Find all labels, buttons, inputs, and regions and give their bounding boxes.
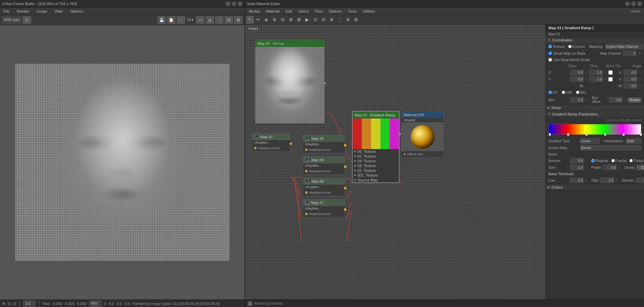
gradient-marker-5[interactable] <box>640 133 642 136</box>
v-angle[interactable] <box>624 76 637 82</box>
radio-turbulence[interactable]: Turbulence <box>629 159 644 163</box>
zoom-sel[interactable]: ⊠ <box>295 16 303 23</box>
material-tool[interactable]: ◈ <box>262 16 270 23</box>
radio-fractal[interactable]: Fractal <box>611 159 627 163</box>
maximize-button[interactable] <box>232 1 236 6</box>
save-as-button[interactable]: 📋 <box>167 16 175 24</box>
radio-texture[interactable]: Texture <box>548 44 565 49</box>
interpolation-select[interactable]: Solid <box>626 138 641 144</box>
radio-wu[interactable]: WU <box>576 90 586 94</box>
frame-btn[interactable]: ⬚ <box>336 16 343 23</box>
display-button[interactable]: ▭ <box>196 16 204 24</box>
color-correct-button[interactable]: ↔ <box>215 16 223 24</box>
node-viewport[interactable]: View1 <box>245 24 545 300</box>
menu-utilities[interactable]: Utilities <box>360 8 377 14</box>
u-tiling[interactable] <box>589 70 603 75</box>
node-bitmap1[interactable]: Map #1 Bitmap <box>255 40 325 124</box>
pointer-tool[interactable]: ↖ <box>246 16 254 23</box>
menu-edit[interactable]: Edit <box>283 8 295 14</box>
highlight-btn[interactable]: ⊕ <box>328 16 335 23</box>
node-map3[interactable]: Map #3 Gradient Ramp <box>352 111 400 183</box>
history-button[interactable]: ⊟ <box>225 16 233 24</box>
connect-tool[interactable]: ⊕ <box>271 16 278 23</box>
v-tiling[interactable] <box>589 76 603 82</box>
menu-tools[interactable]: Tools <box>345 8 359 14</box>
vray-menu-view[interactable]: View <box>52 8 65 14</box>
section-coord-header[interactable]: ▼ Coordinates <box>546 37 644 43</box>
section-output-header[interactable]: ▶ Output <box>546 184 644 190</box>
vray-menu-render[interactable]: Render <box>15 8 31 14</box>
color-mode-select[interactable]: RGB color <box>2 17 21 23</box>
radio-uv[interactable]: UV <box>548 90 558 94</box>
gradient-marker-4[interactable] <box>623 133 625 136</box>
slate-toolbar: ↖ ✏ ◈ ⊕ ⊟ ⊞ ⊠ ▶ ⊡ ⊟ ⊕ ⬚ ⊕ ⊞ <box>245 15 644 24</box>
grid-btn[interactable]: ⊞ <box>352 16 360 23</box>
render-btn[interactable]: ▶ <box>303 16 311 23</box>
minimize-button[interactable] <box>225 1 230 6</box>
node-map2[interactable]: ⬛ Map #2 VRayBitm... Mapping source <box>252 133 291 151</box>
v-offset[interactable] <box>570 76 584 82</box>
menu-material[interactable]: Material <box>264 8 282 14</box>
blur-input[interactable] <box>570 97 584 103</box>
mapping-select[interactable]: Explicit Map Channel <box>606 44 643 49</box>
vray-menu-image[interactable]: Image <box>35 8 49 14</box>
menu-select[interactable]: Select <box>295 8 311 14</box>
real-world-checkbox[interactable]: Use Real-World Scale <box>548 58 590 62</box>
w-angle[interactable] <box>624 83 637 89</box>
menu-options[interactable]: Options <box>326 8 344 14</box>
slate-maximize[interactable] <box>631 1 636 6</box>
node-map9[interactable]: ⬛⬛ Map #9 VRayBitm... Mapping source <box>303 135 345 153</box>
show-map-checkbox[interactable]: Show Map on Back <box>548 51 586 55</box>
gradient-marker-2[interactable] <box>586 133 588 136</box>
u-mirror[interactable] <box>608 70 613 75</box>
radio-regular[interactable]: Regular <box>591 159 609 163</box>
u-offset[interactable] <box>570 70 584 75</box>
stamp-button[interactable]: ⊞ <box>234 16 242 24</box>
menu-view[interactable]: View <box>312 8 326 14</box>
save-button[interactable]: 💾 <box>158 16 166 24</box>
zoom-extend[interactable]: ⊞ <box>287 16 294 23</box>
size-input[interactable] <box>570 165 584 170</box>
node-map3-header: Map #3 Gradient Ramp <box>353 112 399 119</box>
refresh-button[interactable]: ↻ <box>23 16 31 24</box>
radio-vw[interactable]: VW <box>562 90 572 94</box>
smooth-input[interactable] <box>636 178 644 183</box>
slate-minimize[interactable] <box>625 1 630 6</box>
v-mirror[interactable] <box>608 77 613 82</box>
blur-offset-input[interactable] <box>609 97 623 103</box>
section-gramp-header[interactable]: ▼ Gradient Ramp Parameters <box>546 111 644 117</box>
gradient-type-select[interactable]: Linear <box>580 138 600 144</box>
menu-modes[interactable]: Modes <box>246 8 263 14</box>
high-input[interactable] <box>600 178 614 183</box>
slate-close[interactable] <box>637 1 642 6</box>
vray-menu-options[interactable]: Options <box>68 8 85 14</box>
lens-button[interactable]: ◎ <box>206 16 214 24</box>
show-nodes[interactable]: ⊡ <box>311 16 319 23</box>
node-mat26[interactable]: Material #26 VRayMtl Diffuse map <box>401 111 444 158</box>
u-angle[interactable] <box>624 70 637 75</box>
gradient-marker-1[interactable] <box>567 133 569 136</box>
bg-btn[interactable]: ⊟ <box>320 16 327 23</box>
amount-input[interactable] <box>570 158 584 163</box>
rotate-button[interactable]: Rotate <box>628 97 641 103</box>
node-map8[interactable]: ⬛⬛ Map #8 VRayBitm... Mapping source <box>303 178 345 196</box>
gradient-marker-0[interactable] <box>549 133 551 136</box>
radio-environ[interactable]: Environ <box>568 44 585 49</box>
pen-tool[interactable]: ✏ <box>254 16 262 23</box>
close-button[interactable] <box>238 1 242 6</box>
layout-tool[interactable]: ⊟ <box>279 16 286 23</box>
vray-menu-file[interactable]: File <box>1 8 12 14</box>
phase-input[interactable] <box>603 165 617 170</box>
gradient-marker-3[interactable] <box>604 133 606 136</box>
zoom-select[interactable]: 1x1 <box>23 300 35 307</box>
low-input[interactable] <box>570 178 584 183</box>
map-channel-input[interactable] <box>623 51 637 56</box>
select-region-button[interactable]: ⬚ <box>177 16 185 24</box>
levels-input[interactable] <box>637 165 644 170</box>
node-map7[interactable]: ⬛ Map #7 VRayBitm... Mapping source <box>303 199 345 217</box>
section-noise-header[interactable]: ▶ Noise <box>546 105 644 111</box>
source-map-select[interactable]: (None) <box>580 145 641 150</box>
hsv-select[interactable]: HSV <box>89 300 101 307</box>
pin-btn[interactable]: ⊕ <box>344 16 352 23</box>
node-map6[interactable]: ⬛⬛ Map #6 VRayBitm... Mapping source <box>303 156 345 175</box>
